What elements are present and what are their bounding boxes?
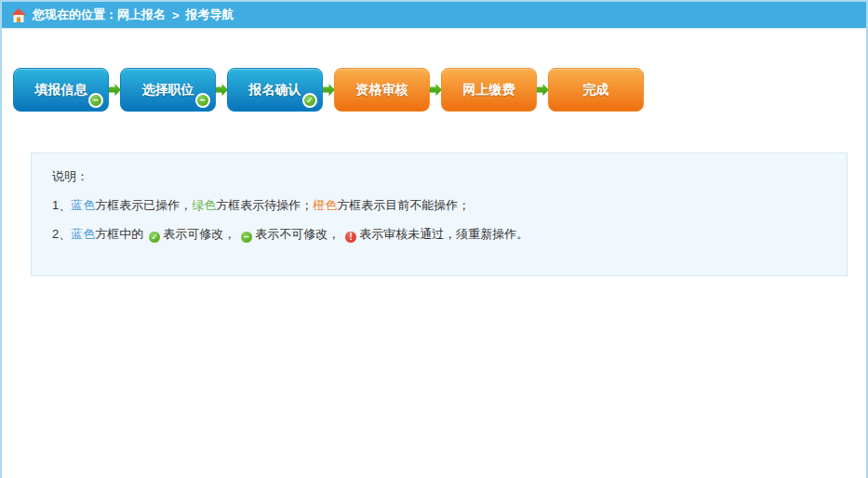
step-select-position[interactable]: 选择职位 − [120,68,216,112]
step-label: 完成 [583,82,609,99]
breadcrumb-current: 报考导航 [186,7,234,23]
instructions-line-1: 1、蓝色方框表示已操作，绿色方框表示待操作；橙色方框表示目前不能操作； [52,196,847,215]
orange-keyword: 橙色 [313,198,337,212]
instructions-title: 说明： [52,167,847,186]
check-icon: ✓ [302,93,317,108]
minus-icon: − [195,93,210,108]
step-fill-info[interactable]: 填报信息 − [13,68,109,112]
text: 方框表示待操作； [216,198,313,212]
warning-icon: ! [344,231,357,244]
line-number: 2、 [52,227,71,241]
minus-icon: − [88,93,103,108]
step-label: 资格审核 [356,82,408,99]
line-number: 1、 [52,198,71,212]
breadcrumb-link-online-signup[interactable]: 网上报名 [117,7,166,23]
step-qualification-review: 资格审核 [334,68,430,112]
step-complete: 完成 [548,68,644,112]
arrow-icon [216,84,227,96]
arrow-icon [323,84,334,96]
text: 表示不可修改， [255,227,340,241]
breadcrumb-bar: 您现在的位置： 网上报名 > 报考导航 [2,2,866,29]
step-label: 选择职位 [142,82,194,99]
minus-icon: − [240,231,253,244]
arrow-icon [537,84,548,96]
step-label: 网上缴费 [463,82,515,99]
instructions-line-2: 2、蓝色方框中的✓表示可修改，−表示不可修改，!表示审核未通过，须重新操作。 [52,225,847,244]
blue-keyword: 蓝色 [71,227,95,241]
blue-keyword: 蓝色 [71,198,95,212]
green-keyword: 绿色 [192,198,216,212]
breadcrumb-prefix: 您现在的位置： [33,7,117,23]
text: 方框中的 [95,227,143,241]
text: 表示可修改， [163,227,235,241]
step-label: 报名确认 [249,82,301,99]
page: 您现在的位置： 网上报名 > 报考导航 填报信息 − 选择职位 − 报名确认 ✓… [0,0,868,478]
text: 方框表示目前不能操作； [337,198,470,212]
instructions-panel: 说明： 1、蓝色方框表示已操作，绿色方框表示待操作；橙色方框表示目前不能操作； … [31,153,848,276]
step-online-payment: 网上缴费 [441,68,537,112]
text: 表示审核未通过，须重新操作。 [359,227,528,241]
home-icon [11,8,26,22]
text: 方框表示已操作， [95,198,192,212]
step-label: 填报信息 [35,82,87,99]
arrow-icon [430,84,441,96]
step-signup-confirm[interactable]: 报名确认 ✓ [227,68,323,112]
step-flow: 填报信息 − 选择职位 − 报名确认 ✓ 资格审核 网上缴费 [13,68,866,112]
check-icon: ✓ [148,231,161,244]
breadcrumb-separator: > [172,8,180,22]
arrow-icon [109,84,120,96]
